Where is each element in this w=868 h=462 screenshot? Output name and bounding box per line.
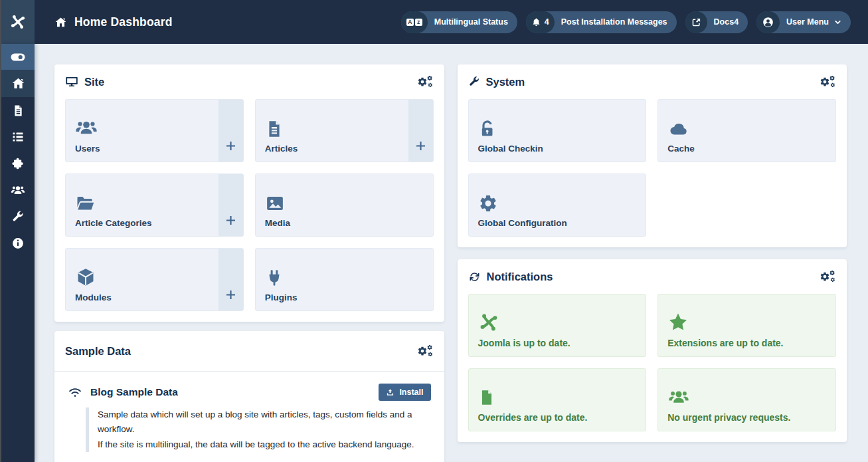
- add-module-button[interactable]: [218, 249, 243, 310]
- sidebar-item-help[interactable]: [1, 230, 35, 257]
- add-article-category-button[interactable]: [218, 174, 243, 236]
- toggle-icon: [10, 49, 26, 65]
- add-article-button[interactable]: [408, 100, 433, 162]
- joomla-admin-dashboard: Home Dashboard Az Multilingual Status 4 …: [0, 0, 868, 462]
- users-icon: [667, 386, 826, 407]
- sidebar-item-content[interactable]: [1, 97, 35, 124]
- cogs-icon: [820, 270, 836, 283]
- unlock-icon: [478, 119, 637, 139]
- cogs-icon: [820, 75, 836, 88]
- blog-sample-data-title: Blog Sample Data: [90, 386, 178, 398]
- tile-cache[interactable]: Cache: [657, 99, 836, 162]
- sample-data-settings-button[interactable]: [417, 344, 434, 358]
- wrench-icon: [11, 210, 25, 223]
- external-link-icon: [685, 11, 707, 33]
- site-card: Site Users: [54, 64, 444, 322]
- sidebar-item-system[interactable]: [1, 203, 35, 230]
- users-icon: [75, 116, 209, 139]
- upload-icon: [386, 388, 394, 397]
- tile-plugins[interactable]: Plugins: [255, 248, 434, 311]
- sample-data-body: Blog Sample Data Install Sample data whi…: [54, 372, 444, 462]
- left-column: Site Users: [54, 64, 444, 462]
- page-title: Home Dashboard: [54, 15, 173, 29]
- system-tiles: Global Checkin Cache Global Configuratio…: [468, 99, 837, 237]
- sidebar-item-home[interactable]: [1, 70, 35, 97]
- add-icon: [224, 289, 237, 301]
- cogs-icon: [417, 344, 434, 358]
- notification-count-badge: 4: [545, 17, 549, 27]
- tile-extensions-update-status[interactable]: Extensions are up to date.: [657, 294, 836, 357]
- tile-joomla-update-status[interactable]: Joomla is up to date.: [468, 294, 647, 357]
- system-card: System Global Checkin: [458, 64, 847, 247]
- sync-icon: [468, 271, 481, 283]
- add-icon: [224, 214, 237, 227]
- system-card-header: System: [468, 75, 837, 88]
- cloud-icon: [667, 119, 826, 139]
- install-button[interactable]: Install: [379, 384, 430, 401]
- site-tiles: Users Articles: [65, 99, 434, 311]
- topbar-buttons: Az Multilingual Status 4 Post Installati…: [401, 11, 851, 33]
- tile-overrides-update-status[interactable]: Overrides are up to date.: [468, 368, 647, 431]
- notifications-card: Notifications Joomla is up to date.: [458, 259, 847, 442]
- system-settings-button[interactable]: [820, 75, 836, 88]
- post-installation-messages-button[interactable]: 4 Post Installation Messages: [526, 11, 677, 33]
- wifi-icon: [68, 386, 82, 398]
- sidebar: [1, 44, 35, 462]
- sample-data-card: Sample Data Blog Sample Data Install: [54, 331, 444, 462]
- user-menu-button[interactable]: User Menu: [756, 11, 851, 33]
- info-icon: [11, 237, 25, 250]
- sidebar-item-components[interactable]: [1, 150, 35, 177]
- notifications-settings-button[interactable]: [820, 270, 836, 283]
- site-settings-button[interactable]: [417, 75, 434, 88]
- folder-open-icon: [75, 193, 209, 213]
- list-icon: [11, 130, 25, 144]
- joomla-icon: [9, 13, 27, 31]
- sidebar-item-menus[interactable]: [1, 124, 35, 150]
- users-icon: [11, 183, 25, 197]
- add-users-button[interactable]: [218, 100, 243, 162]
- site-card-header: Site: [65, 75, 434, 88]
- desktop-icon: [65, 75, 78, 88]
- tile-media[interactable]: Media: [255, 173, 434, 237]
- puzzle-icon: [11, 157, 25, 170]
- tile-global-configuration[interactable]: Global Configuration: [468, 173, 647, 237]
- cogs-icon: [417, 75, 434, 88]
- chevron-down-icon: [834, 19, 841, 26]
- user-icon: [756, 11, 780, 33]
- article-icon: [265, 119, 399, 139]
- home-icon: [11, 76, 25, 90]
- tile-article-categories[interactable]: Article Categories: [65, 173, 244, 237]
- sample-data-description: Sample data which will set up a blog sit…: [86, 407, 431, 452]
- home-icon: [54, 16, 67, 29]
- right-column: System Global Checkin: [458, 64, 847, 442]
- joomla-icon: [478, 312, 637, 333]
- sidebar-item-users[interactable]: [1, 177, 35, 203]
- article-icon: [12, 104, 25, 117]
- tile-privacy-requests-status[interactable]: No urgent privacy requests.: [657, 368, 836, 431]
- tile-global-checkin[interactable]: Global Checkin: [468, 99, 647, 162]
- tile-users[interactable]: Users: [65, 99, 244, 162]
- topbar: Home Dashboard Az Multilingual Status 4 …: [35, 0, 868, 44]
- add-icon: [224, 140, 237, 152]
- add-icon: [414, 140, 427, 152]
- plug-icon: [265, 268, 424, 288]
- language-icon: Az: [401, 11, 428, 33]
- multilingual-status-button[interactable]: Az Multilingual Status: [401, 11, 517, 33]
- tile-modules[interactable]: Modules: [65, 248, 244, 311]
- main-content: Site Users: [35, 44, 868, 462]
- tile-articles[interactable]: Articles: [255, 99, 434, 162]
- cube-icon: [75, 267, 209, 288]
- joomla-logo[interactable]: [1, 0, 35, 44]
- wrench-icon: [468, 76, 480, 88]
- notification-tiles: Joomla is up to date. Extensions are up …: [468, 294, 837, 431]
- file-icon: [478, 388, 637, 407]
- gear-icon: [478, 193, 637, 213]
- image-icon: [265, 193, 424, 213]
- notifications-card-header: Notifications: [468, 270, 837, 283]
- sidebar-item-menu-toggle[interactable]: [1, 44, 35, 70]
- sample-data-header: Sample Data: [54, 331, 444, 372]
- bell-icon: 4: [526, 11, 555, 33]
- docs-button[interactable]: Docs4: [685, 11, 748, 33]
- star-icon: [667, 312, 826, 333]
